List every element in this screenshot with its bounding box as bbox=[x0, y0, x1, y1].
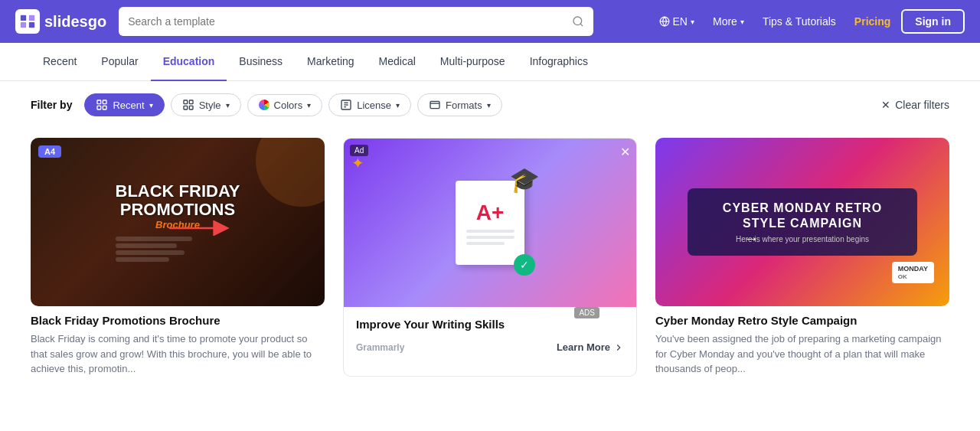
ad-grade: A+ bbox=[476, 201, 505, 225]
colors-filter-button[interactable]: Colors ▾ bbox=[247, 94, 323, 116]
svg-rect-3 bbox=[29, 22, 34, 28]
search-button[interactable] bbox=[572, 15, 584, 28]
recent-chevron-icon: ▾ bbox=[149, 101, 153, 109]
clear-filters-button[interactable]: ✕ Clear filters bbox=[881, 99, 949, 111]
style-chevron-icon: ▾ bbox=[226, 101, 230, 109]
ad-learn-more-button[interactable]: Learn More bbox=[557, 341, 624, 353]
card-black-friday-desc: Black Friday is coming and it's time to … bbox=[31, 331, 325, 377]
cyber-sub: Here is where your presentation begins bbox=[703, 235, 902, 243]
cyber-mini-card: MONDAYOK bbox=[892, 262, 934, 283]
svg-rect-15 bbox=[189, 106, 193, 109]
ad-thumb: Ad ✕ 🎓 A+ ✓ ✦ bbox=[344, 139, 636, 307]
license-chevron-icon: ▾ bbox=[396, 101, 400, 109]
tips-button[interactable]: Tips & Tutorials bbox=[755, 11, 844, 32]
red-arrow-icon bbox=[154, 220, 246, 236]
tab-education[interactable]: Education bbox=[151, 43, 227, 81]
lang-chevron-icon: ▾ bbox=[691, 18, 694, 26]
card-black-friday-thumb: A4 BLACK FRIDAYPROMOTIONS Brochure bbox=[31, 138, 325, 306]
pricing-button[interactable]: Pricing bbox=[847, 11, 898, 32]
svg-rect-11 bbox=[103, 106, 107, 109]
card-black-friday[interactable]: A4 BLACK FRIDAYPROMOTIONS Brochure bbox=[31, 138, 325, 377]
lang-button[interactable]: EN ▾ bbox=[652, 11, 702, 32]
signin-label: Sign in bbox=[915, 15, 951, 28]
card-cyber-desc: You've been assigned the job of preparin… bbox=[655, 331, 949, 377]
formats-chevron-icon: ▾ bbox=[487, 101, 491, 109]
tab-multipurpose[interactable]: Multi-purpose bbox=[428, 43, 518, 81]
tab-marketing[interactable]: Marketing bbox=[295, 43, 366, 81]
ads-label: ADS bbox=[574, 307, 599, 318]
header-nav: EN ▾ More ▾ Tips & Tutorials Pricing Sig… bbox=[652, 9, 965, 34]
card-ad: Ad ✕ 🎓 A+ ✓ ✦ ADS Improve Your Writing S… bbox=[343, 138, 637, 377]
bf-lines bbox=[116, 237, 240, 262]
svg-rect-9 bbox=[103, 100, 107, 104]
filter-section: Filter by Recent ▾ Style ▾ Colors ▾ Lice… bbox=[0, 81, 980, 126]
ad-title: Improve Your Writing Skills bbox=[356, 318, 505, 331]
tab-popular[interactable]: Popular bbox=[89, 43, 150, 81]
red-arrow-container bbox=[154, 220, 246, 239]
formats-filter-button[interactable]: Formats ▾ bbox=[417, 93, 502, 116]
colors-circle-icon bbox=[259, 100, 270, 110]
more-label: More bbox=[713, 15, 737, 28]
recent-filter-label: Recent bbox=[113, 100, 144, 111]
ad-close-icon[interactable]: ✕ bbox=[620, 145, 630, 159]
ad-brand: Grammarly bbox=[356, 342, 404, 353]
more-chevron-icon: ▾ bbox=[740, 18, 744, 26]
style-filter-button[interactable]: Style ▾ bbox=[171, 93, 241, 116]
filter-buttons: Recent ▾ Style ▾ Colors ▾ License ▾ Form… bbox=[84, 93, 881, 116]
logo[interactable]: slidesgo bbox=[15, 9, 106, 34]
svg-rect-12 bbox=[184, 100, 188, 104]
pricing-label: Pricing bbox=[854, 15, 890, 28]
ad-paper-lines bbox=[466, 230, 514, 245]
svg-rect-20 bbox=[430, 101, 439, 108]
card-cyber-title: Cyber Monday Retro Style Campaign bbox=[655, 314, 949, 327]
search-bar bbox=[119, 7, 593, 36]
clear-filters-label: Clear filters bbox=[895, 99, 949, 111]
nav-tabs: Recent Popular Education Business Market… bbox=[0, 43, 980, 81]
tips-label: Tips & Tutorials bbox=[763, 15, 836, 28]
svg-rect-8 bbox=[97, 100, 101, 104]
more-button[interactable]: More ▾ bbox=[705, 11, 752, 32]
card-cyber-thumb: CYBER MONDAY RETRO STYLE CAMPAIGN Here i… bbox=[655, 138, 949, 306]
recent-filter-button[interactable]: Recent ▾ bbox=[84, 93, 164, 116]
content-grid: A4 BLACK FRIDAYPROMOTIONS Brochure bbox=[0, 126, 980, 389]
svg-rect-2 bbox=[21, 22, 26, 28]
filter-label: Filter by bbox=[31, 99, 72, 111]
bf-title: BLACK FRIDAYPROMOTIONS bbox=[116, 182, 240, 219]
card-badge: A4 bbox=[38, 145, 61, 158]
svg-rect-13 bbox=[189, 100, 193, 104]
ad-footer: Grammarly Learn More bbox=[344, 341, 636, 364]
svg-rect-10 bbox=[97, 106, 101, 109]
cyber-arrow-icon: → bbox=[743, 230, 759, 247]
card-black-friday-title: Black Friday Promotions Brochure bbox=[31, 314, 325, 327]
svg-rect-1 bbox=[29, 15, 34, 21]
clear-x-icon: ✕ bbox=[881, 99, 890, 111]
colors-filter-label: Colors bbox=[274, 100, 303, 111]
header: slidesgo EN ▾ More ▾ Tips & Tutorials Pr… bbox=[0, 0, 980, 43]
ad-checkmark-icon: ✓ bbox=[514, 254, 535, 276]
search-input[interactable] bbox=[128, 15, 566, 28]
tab-medical[interactable]: Medical bbox=[367, 43, 428, 81]
ad-cta-label: Learn More bbox=[557, 341, 610, 353]
logo-text: slidesgo bbox=[44, 13, 106, 31]
tab-infographics[interactable]: Infographics bbox=[518, 43, 600, 81]
svg-point-4 bbox=[573, 17, 582, 25]
svg-line-5 bbox=[580, 24, 583, 26]
colors-chevron-icon: ▾ bbox=[307, 101, 311, 109]
signin-button[interactable]: Sign in bbox=[901, 9, 965, 34]
tab-recent[interactable]: Recent bbox=[31, 43, 89, 81]
style-filter-label: Style bbox=[199, 100, 221, 111]
lang-label: EN bbox=[673, 15, 688, 28]
formats-filter-label: Formats bbox=[446, 100, 482, 111]
logo-icon bbox=[15, 9, 40, 34]
license-filter-label: License bbox=[357, 100, 391, 111]
ad-hat-icon: 🎓 bbox=[509, 165, 540, 194]
cyber-title: CYBER MONDAY RETRO STYLE CAMPAIGN bbox=[703, 201, 902, 230]
ad-stars: ✦ bbox=[351, 154, 364, 172]
svg-rect-0 bbox=[21, 15, 26, 21]
tab-business[interactable]: Business bbox=[227, 43, 295, 81]
cyber-content: CYBER MONDAY RETRO STYLE CAMPAIGN Here i… bbox=[688, 188, 917, 255]
svg-rect-14 bbox=[184, 106, 188, 109]
ad-graphic: 🎓 A+ ✓ ✦ bbox=[456, 181, 524, 265]
card-cyber-monday[interactable]: CYBER MONDAY RETRO STYLE CAMPAIGN Here i… bbox=[655, 138, 949, 377]
license-filter-button[interactable]: License ▾ bbox=[328, 93, 411, 116]
